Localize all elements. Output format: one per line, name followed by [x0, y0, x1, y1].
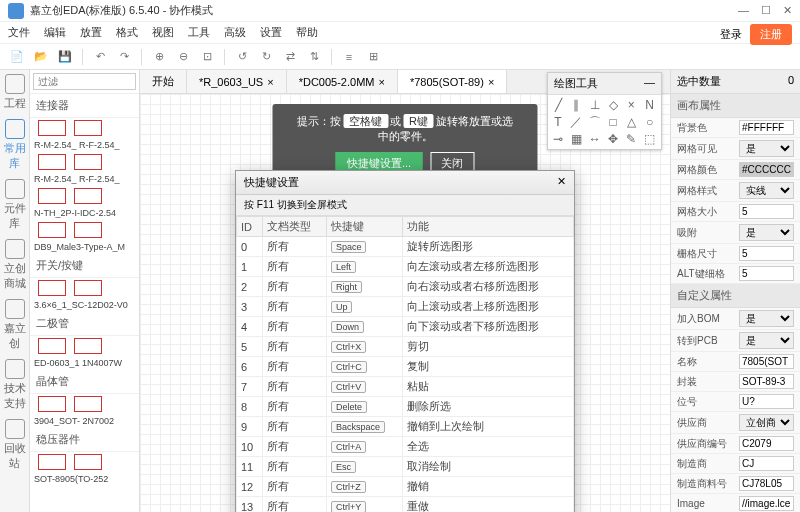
undo-icon[interactable]: ↶ [91, 48, 109, 66]
tool-arc-icon[interactable]: ⌒ [587, 114, 603, 130]
property-input[interactable]: 是 [739, 140, 794, 157]
tool-noconnect-icon[interactable]: × [623, 97, 639, 113]
zoom-in-icon[interactable]: ⊕ [150, 48, 168, 66]
lib-group[interactable]: 连接器 [30, 94, 139, 118]
menu-item[interactable]: 高级 [224, 25, 246, 40]
shortcut-row[interactable]: 3所有Up向上滚动或者上移所选图形 [237, 297, 574, 317]
property-input[interactable] [739, 374, 794, 389]
tool-rect-icon[interactable]: □ [605, 114, 621, 130]
property-input[interactable] [739, 162, 794, 177]
shortcut-row[interactable]: 9所有Backspace撤销到上次绘制 [237, 417, 574, 437]
tool-netlabel-icon[interactable]: N [642, 97, 658, 113]
lib-component[interactable]: ED-0603_1 1N4007W [30, 356, 139, 370]
property-input[interactable] [739, 204, 794, 219]
tab-start[interactable]: 开始 [140, 70, 187, 93]
sidebar-item-project[interactable]: 工程 [3, 74, 27, 111]
tab-7805[interactable]: *7805(SOT-89)× [398, 70, 507, 93]
menu-item[interactable]: 视图 [152, 25, 174, 40]
shortcut-row[interactable]: 10所有Ctrl+A全选 [237, 437, 574, 457]
tool-image-icon[interactable]: ▦ [568, 131, 584, 147]
sidebar-item-commonlib[interactable]: 常用库 [3, 119, 27, 171]
tool-net-icon[interactable]: ⊥ [587, 97, 603, 113]
menu-item[interactable]: 格式 [116, 25, 138, 40]
shortcut-row[interactable]: 0所有Space旋转所选图形 [237, 237, 574, 257]
property-input[interactable] [739, 394, 794, 409]
property-input[interactable] [739, 456, 794, 471]
flip-v-icon[interactable]: ⇅ [305, 48, 323, 66]
lib-group[interactable]: 晶体管 [30, 370, 139, 394]
menu-item[interactable]: 设置 [260, 25, 282, 40]
lib-group[interactable]: 二极管 [30, 312, 139, 336]
shortcut-row[interactable]: 4所有Down向下滚动或者下移所选图形 [237, 317, 574, 337]
shortcut-row[interactable]: 2所有Right向右滚动或者右移所选图形 [237, 277, 574, 297]
lib-group[interactable]: 开关/按键 [30, 254, 139, 278]
new-icon[interactable]: 📄 [8, 48, 26, 66]
property-input[interactable]: 立创商城 [739, 414, 794, 431]
menu-item[interactable]: 文件 [8, 25, 30, 40]
open-icon[interactable]: 📂 [32, 48, 50, 66]
shortcut-row[interactable]: 13所有Ctrl+Y重做 [237, 497, 574, 513]
sidebar-item-lcshop[interactable]: 立创商城 [3, 239, 27, 291]
tool-line-icon[interactable]: ／ [568, 114, 584, 130]
close-icon[interactable]: ✕ [783, 4, 792, 17]
property-input[interactable]: 是 [739, 310, 794, 327]
lib-component[interactable]: DB9_Male3-Type-A_M [30, 240, 139, 254]
rotate-right-icon[interactable]: ↻ [257, 48, 275, 66]
lib-component[interactable]: 3904_SOT- 2N7002 [30, 414, 139, 428]
tab-dc005[interactable]: *DC005-2.0MM× [287, 70, 398, 93]
lib-component[interactable]: SOT-8905(TO-252 [30, 472, 139, 486]
lib-component[interactable]: 3.6×6_1_SC-12D02-V0 [30, 298, 139, 312]
lib-group[interactable]: 稳压器件 [30, 428, 139, 452]
redo-icon[interactable]: ↷ [115, 48, 133, 66]
shortcut-row[interactable]: 11所有Esc取消绘制 [237, 457, 574, 477]
tool-port-icon[interactable]: ◇ [605, 97, 621, 113]
dialog-close-icon[interactable]: ✕ [557, 175, 566, 190]
zoom-fit-icon[interactable]: ⊡ [198, 48, 216, 66]
tool-drag-icon[interactable]: ✥ [605, 131, 621, 147]
tab-close-icon[interactable]: × [378, 76, 384, 88]
tool-select-icon[interactable]: ⬚ [642, 131, 658, 147]
tool-bus-icon[interactable]: ∥ [568, 97, 584, 113]
tool-pin-icon[interactable]: ⊸ [550, 131, 566, 147]
login-link[interactable]: 登录 [720, 27, 742, 42]
tab-close-icon[interactable]: × [267, 76, 273, 88]
tool-wire-icon[interactable]: ╱ [550, 97, 566, 113]
rotate-left-icon[interactable]: ↺ [233, 48, 251, 66]
property-input[interactable] [739, 476, 794, 491]
tool-poly-icon[interactable]: △ [623, 114, 639, 130]
menu-item[interactable]: 编辑 [44, 25, 66, 40]
property-input[interactable] [739, 354, 794, 369]
grid-icon[interactable]: ⊞ [364, 48, 382, 66]
tab-close-icon[interactable]: × [488, 76, 494, 88]
zoom-out-icon[interactable]: ⊖ [174, 48, 192, 66]
sidebar-item-componentlib[interactable]: 元件库 [3, 179, 27, 231]
register-button[interactable]: 注册 [750, 24, 792, 45]
shortcut-row[interactable]: 7所有Ctrl+V粘贴 [237, 377, 574, 397]
shortcut-row[interactable]: 5所有Ctrl+X剪切 [237, 337, 574, 357]
tool-dimension-icon[interactable]: ↔ [587, 131, 603, 147]
tab-r0603[interactable]: *R_0603_US× [187, 70, 287, 93]
lib-component[interactable]: N-TH_2P-I-IDC-2.54 [30, 206, 139, 220]
align-icon[interactable]: ≡ [340, 48, 358, 66]
property-input[interactable] [739, 120, 794, 135]
lib-component[interactable]: R-M-2.54_ R-F-2.54_ [30, 138, 139, 152]
sidebar-item-jlc[interactable]: 嘉立创 [3, 299, 27, 351]
minimize-icon[interactable]: — [738, 4, 749, 17]
property-input[interactable] [739, 436, 794, 451]
flip-h-icon[interactable]: ⇄ [281, 48, 299, 66]
property-input[interactable]: 是 [739, 224, 794, 241]
tool-circle-icon[interactable]: ○ [642, 114, 658, 130]
sidebar-item-support[interactable]: 技术支持 [3, 359, 27, 411]
property-input[interactable]: 实线 [739, 182, 794, 199]
maximize-icon[interactable]: ☐ [761, 4, 771, 17]
lib-component[interactable]: R-M-2.54_ R-F-2.54_ [30, 172, 139, 186]
tool-text-icon[interactable]: T [550, 114, 566, 130]
sidebar-item-trash[interactable]: 回收站 [3, 419, 27, 471]
shortcut-row[interactable]: 1所有Left向左滚动或者左移所选图形 [237, 257, 574, 277]
menu-item[interactable]: 放置 [80, 25, 102, 40]
shortcut-row[interactable]: 12所有Ctrl+Z撤销 [237, 477, 574, 497]
shortcut-row[interactable]: 8所有Delete删除所选 [237, 397, 574, 417]
property-input[interactable]: 是 [739, 332, 794, 349]
save-icon[interactable]: 💾 [56, 48, 74, 66]
menu-item[interactable]: 工具 [188, 25, 210, 40]
